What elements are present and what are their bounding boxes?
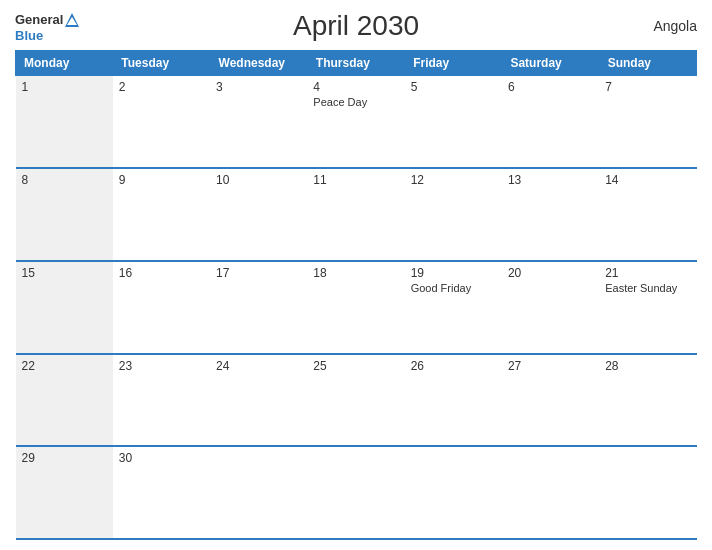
- holiday-label: Easter Sunday: [605, 282, 690, 294]
- day-number: 2: [119, 80, 204, 94]
- col-header-thursday: Thursday: [307, 51, 404, 76]
- day-cell: 2: [113, 76, 210, 169]
- col-header-saturday: Saturday: [502, 51, 599, 76]
- holiday-label: Peace Day: [313, 96, 398, 108]
- day-number: 10: [216, 173, 301, 187]
- day-number: 8: [22, 173, 107, 187]
- day-cell: 28: [599, 354, 696, 447]
- col-header-friday: Friday: [405, 51, 502, 76]
- logo: General Blue: [15, 11, 81, 42]
- week-row-3: 1516171819Good Friday2021Easter Sunday: [16, 261, 697, 354]
- day-cell: 19Good Friday: [405, 261, 502, 354]
- week-row-1: 1234Peace Day567: [16, 76, 697, 169]
- day-number: 16: [119, 266, 204, 280]
- calendar-header-row: MondayTuesdayWednesdayThursdayFridaySatu…: [16, 51, 697, 76]
- day-cell: 4Peace Day: [307, 76, 404, 169]
- calendar-title: April 2030: [293, 10, 419, 42]
- day-number: 25: [313, 359, 398, 373]
- day-number: 3: [216, 80, 301, 94]
- day-cell: 21Easter Sunday: [599, 261, 696, 354]
- day-number: 14: [605, 173, 690, 187]
- day-cell: 22: [16, 354, 113, 447]
- day-number: 12: [411, 173, 496, 187]
- day-cell: 3: [210, 76, 307, 169]
- day-cell: 23: [113, 354, 210, 447]
- day-cell: 29: [16, 446, 113, 539]
- day-number: 1: [22, 80, 107, 94]
- day-number: 30: [119, 451, 204, 465]
- day-cell: 15: [16, 261, 113, 354]
- day-number: 19: [411, 266, 496, 280]
- day-number: 18: [313, 266, 398, 280]
- day-number: 24: [216, 359, 301, 373]
- day-cell: 9: [113, 168, 210, 261]
- day-cell: 20: [502, 261, 599, 354]
- day-number: 15: [22, 266, 107, 280]
- day-number: 13: [508, 173, 593, 187]
- day-number: 27: [508, 359, 593, 373]
- day-cell: 5: [405, 76, 502, 169]
- day-cell: 13: [502, 168, 599, 261]
- day-cell: [599, 446, 696, 539]
- day-number: 17: [216, 266, 301, 280]
- day-cell: 18: [307, 261, 404, 354]
- calendar-table: MondayTuesdayWednesdayThursdayFridaySatu…: [15, 50, 697, 540]
- day-cell: 11: [307, 168, 404, 261]
- day-number: 9: [119, 173, 204, 187]
- day-cell: 26: [405, 354, 502, 447]
- col-header-monday: Monday: [16, 51, 113, 76]
- day-cell: 7: [599, 76, 696, 169]
- logo-general-text: General: [15, 13, 63, 26]
- col-header-wednesday: Wednesday: [210, 51, 307, 76]
- day-number: 20: [508, 266, 593, 280]
- day-cell: 12: [405, 168, 502, 261]
- day-cell: [502, 446, 599, 539]
- week-row-5: 2930: [16, 446, 697, 539]
- day-cell: 16: [113, 261, 210, 354]
- day-cell: 24: [210, 354, 307, 447]
- day-cell: 17: [210, 261, 307, 354]
- day-cell: 25: [307, 354, 404, 447]
- day-cell: 8: [16, 168, 113, 261]
- holiday-label: Good Friday: [411, 282, 496, 294]
- day-cell: 14: [599, 168, 696, 261]
- day-cell: 30: [113, 446, 210, 539]
- week-row-4: 22232425262728: [16, 354, 697, 447]
- day-number: 22: [22, 359, 107, 373]
- day-number: 28: [605, 359, 690, 373]
- day-number: 23: [119, 359, 204, 373]
- col-header-sunday: Sunday: [599, 51, 696, 76]
- calendar-header: General Blue April 2030 Angola: [15, 10, 697, 42]
- week-row-2: 891011121314: [16, 168, 697, 261]
- day-number: 7: [605, 80, 690, 94]
- country-label: Angola: [653, 18, 697, 34]
- day-number: 21: [605, 266, 690, 280]
- day-cell: [307, 446, 404, 539]
- day-number: 4: [313, 80, 398, 94]
- day-number: 26: [411, 359, 496, 373]
- day-cell: 6: [502, 76, 599, 169]
- logo-icon: [63, 11, 81, 29]
- col-header-tuesday: Tuesday: [113, 51, 210, 76]
- day-cell: 27: [502, 354, 599, 447]
- day-cell: 10: [210, 168, 307, 261]
- day-number: 6: [508, 80, 593, 94]
- day-number: 11: [313, 173, 398, 187]
- day-cell: 1: [16, 76, 113, 169]
- day-cell: [210, 446, 307, 539]
- day-number: 29: [22, 451, 107, 465]
- day-cell: [405, 446, 502, 539]
- day-number: 5: [411, 80, 496, 94]
- logo-blue-text: Blue: [15, 29, 43, 42]
